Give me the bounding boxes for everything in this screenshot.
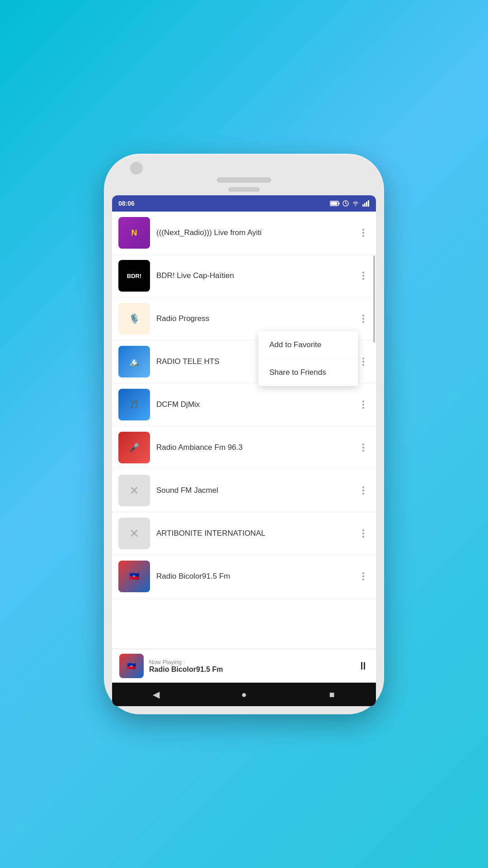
radio-name: Radio Ambiance Fm 96.3 — [156, 443, 357, 452]
status-icons — [330, 200, 370, 207]
dot — [362, 232, 364, 234]
svg-rect-7 — [364, 203, 366, 207]
phone-speaker — [217, 177, 271, 183]
recent-button[interactable]: ■ — [321, 683, 343, 706]
status-time: 08:06 — [118, 200, 135, 207]
list-item[interactable]: 🎤 Radio Ambiance Fm 96.3 — [112, 426, 376, 469]
dot — [362, 490, 364, 491]
dot — [362, 576, 364, 577]
more-menu-button-next-radio[interactable] — [357, 226, 370, 239]
dot — [362, 407, 364, 409]
radio-thumb-bicolor: 🇭🇹 — [118, 561, 150, 592]
dot — [362, 447, 364, 448]
dot — [362, 235, 364, 237]
dot — [362, 229, 364, 231]
radio-thumb-tele-hts: 🏔️ — [118, 346, 150, 377]
radio-name: ARTIBONITE INTERNATIONAL — [156, 529, 357, 538]
radio-name: BDR! Live Cap-Haïtien — [156, 271, 357, 280]
dot — [362, 450, 364, 452]
more-menu-button-progress[interactable] — [357, 312, 370, 325]
svg-rect-8 — [366, 202, 367, 207]
now-playing-info: Now Playing : Radio Bicolor91.5 Fm — [149, 659, 352, 674]
x-placeholder-icon: ✕ — [129, 484, 139, 498]
svg-rect-6 — [362, 204, 364, 207]
list-item[interactable]: 🇭🇹 Radio Bicolor91.5 Fm — [112, 555, 376, 598]
now-playing-label: Now Playing : — [149, 659, 352, 665]
dot — [362, 321, 364, 323]
share-to-friends-button[interactable]: Share to Friends — [258, 359, 358, 386]
now-playing-thumb: 🇭🇹 — [119, 654, 144, 678]
dot — [362, 364, 364, 366]
dot — [362, 533, 364, 534]
clock-icon — [343, 200, 349, 207]
dot — [362, 358, 364, 359]
radio-thumb-bdr: BDR! — [118, 260, 150, 292]
svg-rect-9 — [368, 200, 369, 207]
list-item[interactable]: ✕ ARTIBONITE INTERNATIONAL — [112, 512, 376, 555]
more-menu-button-tele-hts[interactable] — [357, 355, 370, 368]
radio-thumb-progress: 🎙️ — [118, 303, 150, 335]
radio-thumb-dcfm: 🎵 — [118, 389, 150, 420]
dot — [362, 272, 364, 274]
back-button[interactable]: ◀ — [145, 683, 167, 706]
radio-thumb-ambiance: 🎤 — [118, 432, 150, 463]
radio-thumb-next-radio: N — [118, 217, 150, 249]
svg-rect-2 — [331, 202, 338, 205]
dot — [362, 493, 364, 495]
dot — [362, 318, 364, 320]
phone-frame: 08:06 — [104, 154, 384, 714]
radio-name: Sound FM Jacmel — [156, 486, 357, 495]
dot — [362, 443, 364, 445]
pause-button[interactable]: ⏸ — [358, 660, 369, 672]
dot — [362, 529, 364, 531]
now-playing-title: Radio Bicolor91.5 Fm — [149, 665, 352, 674]
nav-bar: ◀ ● ■ — [112, 683, 376, 706]
more-menu-button-dcfm[interactable] — [357, 398, 370, 411]
list-item[interactable]: ✕ Sound FM Jacmel — [112, 469, 376, 512]
phone-camera — [130, 162, 143, 175]
signal-icon — [362, 200, 370, 207]
phone-screen: 08:06 — [112, 195, 376, 706]
x-placeholder-icon: ✕ — [129, 527, 139, 541]
radio-name: Radio Bicolor91.5 Fm — [156, 572, 357, 581]
list-item[interactable]: BDR! BDR! Live Cap-Haïtien Add to Favori… — [112, 255, 376, 297]
scrollbar — [373, 255, 375, 343]
radio-name: (((Next_Radio))) Live from Ayiti — [156, 228, 357, 237]
now-playing-thumb-label: 🇭🇹 — [127, 662, 136, 670]
dot — [362, 278, 364, 280]
dot — [362, 275, 364, 277]
svg-rect-1 — [339, 203, 340, 205]
dot — [362, 579, 364, 580]
add-to-favorite-button[interactable]: Add to Favorite — [258, 331, 358, 359]
dot — [362, 315, 364, 316]
radio-thumb-artibonite: ✕ — [118, 518, 150, 549]
more-menu-button-artibonite[interactable] — [357, 527, 370, 540]
radio-name: Radio Progress — [156, 314, 357, 323]
dot — [362, 486, 364, 488]
radio-list: N (((Next_Radio))) Live from Ayiti BDR! … — [112, 212, 376, 649]
list-item[interactable]: N (((Next_Radio))) Live from Ayiti — [112, 212, 376, 255]
home-button[interactable]: ● — [233, 683, 255, 706]
wifi-icon — [352, 200, 360, 207]
more-menu-button-ambiance[interactable] — [357, 441, 370, 454]
status-bar: 08:06 — [112, 195, 376, 212]
dot — [362, 536, 364, 538]
more-menu-button-bdr[interactable] — [357, 269, 370, 282]
dot — [362, 572, 364, 574]
svg-line-5 — [346, 203, 347, 204]
more-menu-button-sound[interactable] — [357, 484, 370, 497]
radio-name: DCFM DjMix — [156, 400, 357, 409]
dot — [362, 401, 364, 402]
radio-thumb-sound: ✕ — [118, 475, 150, 506]
battery-icon — [330, 201, 340, 206]
phone-button-top — [228, 187, 260, 192]
context-menu: Add to Favorite Share to Friends — [258, 331, 358, 386]
more-menu-button-bicolor[interactable] — [357, 570, 370, 583]
dot — [362, 404, 364, 406]
list-item[interactable]: 🎵 DCFM DjMix — [112, 383, 376, 426]
dot — [362, 361, 364, 363]
now-playing-bar: 🇭🇹 Now Playing : Radio Bicolor91.5 Fm ⏸ — [112, 649, 376, 683]
